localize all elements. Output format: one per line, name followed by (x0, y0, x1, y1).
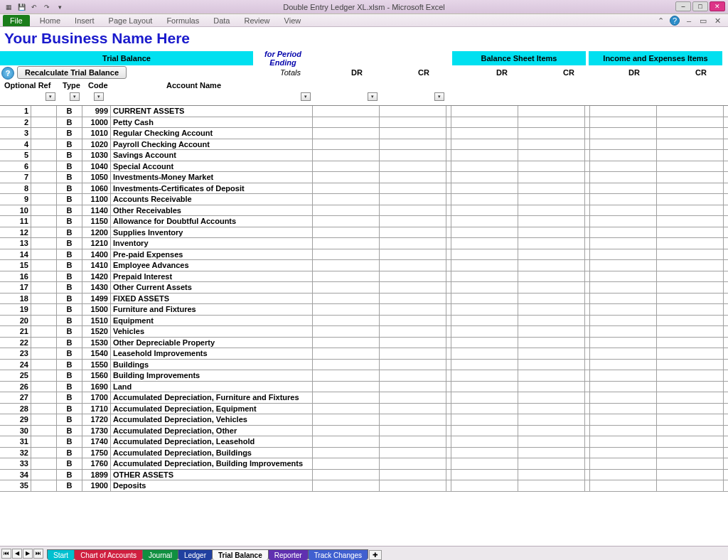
cell-account-name[interactable]: Building Improvements (111, 370, 313, 381)
cell-account-name[interactable]: Payroll Checking Account (111, 139, 313, 150)
cell-ie-cr[interactable] (657, 117, 724, 128)
cell-ie-dr[interactable] (590, 260, 657, 271)
cell-ref[interactable] (31, 128, 57, 139)
cell-ie-cr[interactable] (657, 128, 724, 139)
table-row[interactable]: 24B1550Buildings (0, 360, 728, 371)
cell-code[interactable]: 1050 (82, 172, 111, 183)
cell-ref[interactable] (31, 172, 57, 183)
table-row[interactable]: 21B1520Vehicles (0, 326, 728, 338)
cell-account-name[interactable]: Accumulated Depreciation, Equipment (111, 404, 313, 414)
cell-type[interactable]: B (57, 480, 82, 491)
cell-type[interactable]: B (57, 128, 82, 139)
cell-type[interactable]: B (57, 294, 82, 304)
table-row[interactable]: 23B1540Leasehold Improvements (0, 348, 728, 360)
cell-type[interactable]: B (57, 338, 82, 348)
cell-bs-cr[interactable] (518, 106, 585, 117)
cell-ie-cr[interactable] (657, 448, 724, 458)
cell-bs-cr[interactable] (518, 128, 585, 139)
cell-cr[interactable] (380, 360, 446, 370)
table-row[interactable]: 13B1210Inventory (0, 238, 728, 249)
cell-bs-cr[interactable] (518, 404, 585, 414)
cell-bs-cr[interactable] (518, 382, 585, 392)
cell-bs-cr[interactable] (518, 304, 585, 315)
cell-cr[interactable] (380, 436, 446, 447)
cell-bs-dr[interactable] (451, 392, 518, 403)
table-row[interactable]: 18B1499FIXED ASSETS (0, 294, 728, 305)
cell-type[interactable]: B (57, 304, 82, 315)
cell-code[interactable]: 1530 (82, 338, 111, 348)
cell-account-name[interactable]: Land (111, 382, 313, 392)
cell-bs-dr[interactable] (451, 426, 518, 436)
cell-account-name[interactable]: Deposits (111, 480, 313, 491)
cell-code[interactable]: 1700 (82, 392, 111, 403)
close-button[interactable]: ✕ (710, 1, 725, 11)
cell-ie-dr[interactable] (590, 448, 657, 458)
cell-cr[interactable] (380, 316, 446, 326)
cell-ie-dr[interactable] (590, 106, 657, 117)
table-row[interactable]: 2B1000Petty Cash (0, 117, 728, 129)
cell-bs-dr[interactable] (451, 414, 518, 425)
cell-bs-dr[interactable] (451, 458, 518, 469)
cell-ie-cr[interactable] (657, 436, 724, 447)
cell-ie-dr[interactable] (590, 426, 657, 436)
cell-ie-dr[interactable] (590, 271, 657, 282)
cell-bs-dr[interactable] (451, 348, 518, 359)
cell-bs-cr[interactable] (518, 436, 585, 447)
table-row[interactable]: 4B1020Payroll Checking Account (0, 139, 728, 151)
cell-cr[interactable] (380, 392, 446, 403)
cell-ref[interactable] (31, 139, 57, 150)
cell-bs-dr[interactable] (451, 382, 518, 392)
filter-dropdown-icon[interactable]: ▾ (46, 92, 55, 101)
cell-ref[interactable] (31, 183, 57, 194)
cell-account-name[interactable]: Prepaid Interest (111, 271, 313, 282)
table-row[interactable]: 25B1560Building Improvements (0, 370, 728, 382)
table-row[interactable]: 20B1510Equipment (0, 316, 728, 327)
cell-dr[interactable] (313, 172, 380, 183)
cell-ie-dr[interactable] (590, 470, 657, 480)
cell-bs-dr[interactable] (451, 370, 518, 381)
cell-account-name[interactable]: Allowance for Doubtful Accounts (111, 216, 313, 227)
cell-dr[interactable] (313, 326, 380, 337)
cell-account-name[interactable]: Employee Advances (111, 260, 313, 271)
cell-ie-cr[interactable] (657, 470, 724, 480)
ribbon-tab-review[interactable]: Review (237, 15, 277, 26)
cell-type[interactable]: B (57, 326, 82, 337)
cell-ie-dr[interactable] (590, 282, 657, 293)
cell-dr[interactable] (313, 304, 380, 315)
cell-ie-dr[interactable] (590, 348, 657, 359)
cell-dr[interactable] (313, 448, 380, 458)
cell-cr[interactable] (380, 260, 446, 271)
cell-ie-cr[interactable] (657, 404, 724, 414)
cell-ie-dr[interactable] (590, 227, 657, 238)
cell-ie-dr[interactable] (590, 392, 657, 403)
filter-dropdown-icon[interactable]: ▾ (301, 92, 311, 101)
cell-dr[interactable] (313, 271, 380, 282)
cell-cr[interactable] (380, 194, 446, 205)
cell-dr[interactable] (313, 161, 380, 172)
cell-cr[interactable] (380, 470, 446, 480)
table-row[interactable]: 19B1500Furniture and Fixtures (0, 304, 728, 316)
cell-bs-dr[interactable] (451, 294, 518, 304)
cell-code[interactable]: 1200 (82, 227, 111, 238)
cell-ref[interactable] (31, 238, 57, 249)
cell-ie-cr[interactable] (657, 480, 724, 491)
cell-cr[interactable] (380, 128, 446, 139)
cell-code[interactable]: 1730 (82, 426, 111, 436)
help-question-icon[interactable]: ? (1, 67, 14, 80)
cell-ref[interactable] (31, 470, 57, 480)
cell-ie-cr[interactable] (657, 216, 724, 227)
cell-bs-dr[interactable] (451, 326, 518, 337)
new-sheet-icon[interactable]: ✚ (369, 550, 382, 560)
cell-account-name[interactable]: Accumulated Depreciation, Building Impro… (111, 458, 313, 469)
ribbon-minimize-icon[interactable]: ⌃ (655, 16, 665, 26)
cell-account-name[interactable]: Accumulated Depreciation, Vehicles (111, 414, 313, 425)
cell-ie-dr[interactable] (590, 360, 657, 370)
cell-code[interactable]: 1710 (82, 404, 111, 414)
cell-dr[interactable] (313, 404, 380, 414)
sheet-tab-reporter[interactable]: Reporter (268, 549, 309, 560)
cell-account-name[interactable]: Supplies Inventory (111, 227, 313, 238)
cell-bs-dr[interactable] (451, 128, 518, 139)
cell-type[interactable]: B (57, 271, 82, 282)
cell-account-name[interactable]: Inventory (111, 238, 313, 249)
cell-dr[interactable] (313, 392, 380, 403)
